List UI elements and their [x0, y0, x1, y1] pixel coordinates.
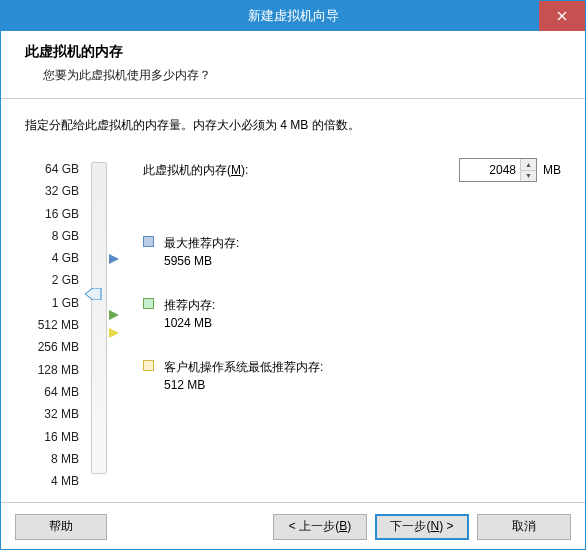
wizard-window: 新建虚拟机向导 此虚拟机的内存 您要为此虚拟机使用多少内存？ 指定分配给此虚拟机…: [0, 0, 586, 550]
marker-rec-icon: [109, 310, 119, 320]
slider-label: 128 MB: [25, 359, 79, 381]
rec-max-text: 最大推荐内存: 5956 MB: [164, 234, 239, 270]
page-subtitle: 您要为此虚拟机使用多少内存？: [25, 67, 561, 84]
slider-label: 8 GB: [25, 225, 79, 247]
slider-label: 4 MB: [25, 470, 79, 492]
rec-rec: 推荐内存: 1024 MB: [143, 296, 561, 332]
window-title: 新建虚拟机向导: [248, 7, 339, 25]
close-button[interactable]: [539, 1, 585, 31]
content: 指定分配给此虚拟机的内存量。内存大小必须为 4 MB 的倍数。 64 GB32 …: [1, 99, 585, 502]
marker-max-icon: [109, 254, 119, 264]
slider-column: 64 GB32 GB16 GB8 GB4 GB2 GB1 GB512 MB256…: [25, 158, 119, 492]
square-green-icon: [143, 298, 154, 309]
page-title: 此虚拟机的内存: [25, 43, 561, 61]
rec-min: 客户机操作系统最低推荐内存: 512 MB: [143, 358, 561, 394]
memory-input-wrap: ▲ ▼: [459, 158, 537, 182]
body: 此虚拟机的内存 您要为此虚拟机使用多少内存？ 指定分配给此虚拟机的内存量。内存大…: [1, 31, 585, 550]
titlebar: 新建虚拟机向导: [1, 1, 585, 31]
slider-label: 1 GB: [25, 292, 79, 314]
marker-min-icon: [109, 328, 119, 338]
memory-label: 此虚拟机的内存(M):: [143, 162, 248, 179]
info-column: 此虚拟机的内存(M): ▲ ▼ MB: [127, 158, 561, 492]
slider-thumb[interactable]: [83, 288, 103, 303]
spinner-buttons: ▲ ▼: [520, 159, 536, 181]
spinner-down[interactable]: ▼: [521, 171, 536, 182]
slider-label: 256 MB: [25, 336, 79, 358]
description: 指定分配给此虚拟机的内存量。内存大小必须为 4 MB 的倍数。: [25, 117, 561, 134]
slider-label: 64 MB: [25, 381, 79, 403]
memory-slider[interactable]: [91, 162, 107, 474]
slider-label: 4 GB: [25, 247, 79, 269]
rec-min-text: 客户机操作系统最低推荐内存: 512 MB: [164, 358, 323, 394]
slider-label: 32 MB: [25, 403, 79, 425]
square-blue-icon: [143, 236, 154, 247]
slider-label: 32 GB: [25, 180, 79, 202]
footer: 帮助 < 上一步(B) 下一步(N) > 取消: [1, 502, 585, 550]
memory-spinner: ▲ ▼ MB: [459, 158, 561, 182]
slider-label: 16 GB: [25, 203, 79, 225]
header: 此虚拟机的内存 您要为此虚拟机使用多少内存？: [1, 31, 585, 99]
square-yellow-icon: [143, 360, 154, 371]
memory-area: 64 GB32 GB16 GB8 GB4 GB2 GB1 GB512 MB256…: [25, 158, 561, 492]
slider-label: 16 MB: [25, 426, 79, 448]
memory-input[interactable]: [460, 159, 520, 181]
cancel-button[interactable]: 取消: [477, 514, 571, 540]
memory-unit: MB: [543, 163, 561, 177]
back-button[interactable]: < 上一步(B): [273, 514, 367, 540]
next-button[interactable]: 下一步(N) >: [375, 514, 469, 540]
rec-max: 最大推荐内存: 5956 MB: [143, 234, 561, 270]
help-button[interactable]: 帮助: [15, 514, 107, 540]
slider-label: 8 MB: [25, 448, 79, 470]
spinner-up[interactable]: ▲: [521, 159, 536, 171]
slider-label: 64 GB: [25, 158, 79, 180]
slider-label: 2 GB: [25, 269, 79, 291]
slider-track-col: [79, 158, 119, 492]
slider-label: 512 MB: [25, 314, 79, 336]
slider-labels: 64 GB32 GB16 GB8 GB4 GB2 GB1 GB512 MB256…: [25, 158, 79, 492]
rec-rec-text: 推荐内存: 1024 MB: [164, 296, 215, 332]
memory-row: 此虚拟机的内存(M): ▲ ▼ MB: [143, 158, 561, 182]
